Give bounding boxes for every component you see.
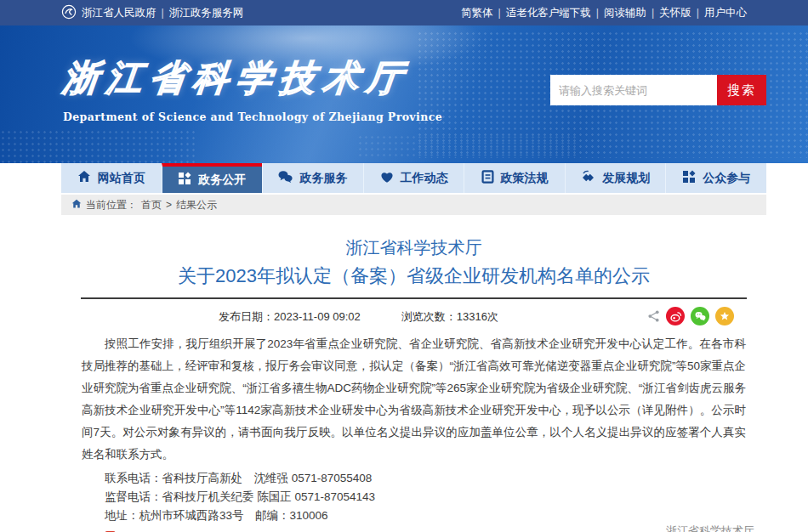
- share-toolbar: [647, 307, 734, 325]
- title-divider: [81, 297, 747, 299]
- search-button[interactable]: 搜索: [717, 75, 766, 105]
- dots-decoration: [357, 134, 578, 156]
- link-care-version[interactable]: 关怀版: [659, 6, 691, 20]
- site-header-banner: 浙江省科学技术厅 Department of Science and Techn…: [0, 25, 808, 163]
- nav-item-label: 政务公开: [198, 173, 246, 188]
- article-title-line1: 浙江省科学技术厅: [61, 237, 766, 258]
- weibo-share-icon[interactable]: [666, 307, 685, 325]
- breadcrumb-prefix: 当前位置：: [86, 198, 137, 212]
- nav-item-label: 工作动态: [401, 171, 448, 186]
- participation-seal-icon: [682, 170, 696, 186]
- nav-item-label: 公众参与: [703, 171, 750, 186]
- link-user-center[interactable]: 用户中心: [704, 6, 747, 20]
- site-search: 搜索: [550, 75, 766, 105]
- nav-item-government-openness[interactable]: 政务公开: [162, 163, 263, 193]
- publish-date: 发布日期：2023-11-09 09:02: [219, 309, 361, 325]
- site-logo[interactable]: 浙江省科学技术厅 Department of Science and Techn…: [63, 54, 442, 123]
- separator: |: [697, 7, 699, 19]
- separator: |: [162, 7, 164, 19]
- link-reading-assist[interactable]: 阅读辅助: [604, 6, 646, 20]
- link-elderly-client-download[interactable]: 适老化客户端下载: [506, 6, 591, 20]
- nav-item-development-planning[interactable]: 发展规划: [565, 163, 666, 193]
- nav-item-label: 网站首页: [98, 171, 145, 186]
- top-utility-bar: 浙江省人民政府 | 浙江政务服务网 简繁体 | 适老化客户端下载 | 阅读辅助 …: [0, 0, 808, 25]
- breadcrumb-home-link[interactable]: 首页: [141, 198, 162, 212]
- separator: |: [498, 7, 501, 19]
- wechat-share-icon[interactable]: [691, 307, 709, 325]
- address-line: 地址：杭州市环城西路33号 邮编：310006: [82, 507, 746, 525]
- favorite-star-share-icon[interactable]: [715, 307, 734, 325]
- contact-info: 联系电话：省科技厅高新处 沈维强 0571-87055408 监督电话：省科技厅…: [82, 469, 746, 525]
- site-title-calligraphy: 浙江省科学技术厅: [60, 54, 445, 102]
- separator: |: [652, 7, 654, 19]
- home-icon: [77, 170, 91, 186]
- footer-organization-name: 浙江省科学技术厅: [666, 524, 754, 532]
- breadcrumb-separator: >: [166, 199, 172, 211]
- openness-seal-icon: [178, 172, 191, 188]
- main-navigation: 网站首页 政务公开 政务服务 工作动态 政策法规 发展规划 公众参与: [61, 163, 766, 193]
- link-gov-service-site[interactable]: 浙江政务服务网: [169, 6, 244, 20]
- nav-item-government-services[interactable]: 政务服务: [262, 163, 363, 193]
- article-meta-row: 发布日期：2023-11-09 09:02 浏览次数：13316次: [61, 306, 766, 328]
- publish-date-value: 2023-11-09 09:02: [274, 310, 361, 323]
- handshake-icon: [581, 170, 595, 186]
- chat-bubbles-icon: [278, 170, 293, 186]
- nav-item-label: 政务服务: [299, 171, 347, 186]
- nav-item-label: 政策法规: [501, 171, 549, 186]
- article-content: 浙江省科学技术厅 关于2023年拟认定（备案）省级企业研发机构名单的公示 发布日…: [61, 237, 766, 532]
- article-body-paragraph: 按照工作安排，我厅组织开展了2023年省重点企业研究院、省企业研究院、省高新技术…: [82, 333, 746, 466]
- nav-item-label: 发展规划: [602, 171, 650, 186]
- share-icon[interactable]: [647, 309, 660, 323]
- contact-phone-line: 联系电话：省科技厅高新处 沈维强 0571-87055408: [82, 469, 746, 488]
- nav-item-work-news[interactable]: 工作动态: [363, 163, 464, 193]
- link-simplified-traditional[interactable]: 简繁体: [461, 6, 493, 20]
- publish-date-label: 发布日期：: [219, 310, 274, 323]
- view-count-label: 浏览次数：: [401, 310, 457, 323]
- nav-item-public-participation[interactable]: 公众参与: [665, 163, 766, 193]
- breadcrumb-current: 结果公示: [176, 198, 217, 212]
- nav-item-policies-regulations[interactable]: 政策法规: [464, 163, 565, 193]
- separator: |: [596, 7, 599, 19]
- search-input[interactable]: [550, 75, 717, 105]
- breadcrumb-home-icon: [71, 199, 82, 212]
- site-title-english: Department of Science and Technology of …: [63, 110, 442, 123]
- article-title-line2: 关于2023年拟认定（备案）省级企业研发机构名单的公示: [61, 264, 766, 288]
- dots-decoration: [0, 129, 196, 163]
- nav-item-home[interactable]: 网站首页: [61, 163, 162, 193]
- supervision-phone-line: 监督电话：省科技厅机关纪委 陈国正 0571-87054143: [82, 488, 746, 507]
- view-count-value: 13316次: [457, 310, 498, 323]
- view-count: 浏览次数：13316次: [401, 309, 498, 325]
- breadcrumb: 当前位置： 首页 > 结果公示: [61, 195, 766, 215]
- heart-icon: [380, 171, 394, 186]
- gov-emblem-icon: [61, 4, 77, 22]
- document-icon: [481, 170, 494, 186]
- link-provincial-government[interactable]: 浙江省人民政府: [82, 6, 156, 20]
